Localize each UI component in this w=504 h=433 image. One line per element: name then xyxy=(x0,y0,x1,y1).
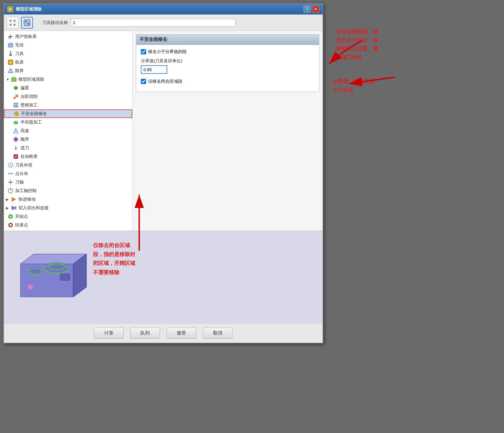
tree-item-coord[interactable]: 用户坐标系 xyxy=(4,32,132,41)
flat-icon xyxy=(13,119,19,126)
checkbox1-row: 移去小于分界值的段 xyxy=(141,49,314,55)
tree-item-flat[interactable]: 半坦面加工 xyxy=(4,118,132,127)
tree-item-toolcomp[interactable]: 刀具补偿 xyxy=(4,161,132,169)
svg-rect-53 xyxy=(10,224,12,226)
svg-marker-34 xyxy=(14,137,18,142)
queue-button[interactable]: 队列 xyxy=(130,328,160,339)
tree-item-leadin[interactable]: ▶ 切入切出和连接 xyxy=(4,204,132,212)
title-controls: ? ✕ xyxy=(303,6,319,13)
svg-marker-48 xyxy=(12,197,16,201)
svg-point-3 xyxy=(14,24,16,26)
icon-grid[interactable] xyxy=(7,17,18,29)
icon-active[interactable] xyxy=(21,17,33,29)
svg-rect-16 xyxy=(9,61,12,64)
checkbox2-label[interactable]: 仅移去闭合区域段 xyxy=(148,78,182,84)
close-button[interactable]: ✕ xyxy=(312,6,319,13)
expand-leadin[interactable]: ▶ xyxy=(6,206,11,210)
svg-rect-25 xyxy=(16,94,18,96)
3d-model-preview xyxy=(14,244,93,310)
tree-label-limit: 限界 xyxy=(15,68,24,74)
endpt-icon xyxy=(7,222,14,228)
checkbox1[interactable] xyxy=(141,49,146,54)
tree-item-unsafe[interactable]: ! 不安全段移去 xyxy=(4,109,132,118)
svg-point-31 xyxy=(14,121,18,123)
svg-rect-11 xyxy=(8,44,13,47)
tree-item-machine[interactable]: 机床 xyxy=(4,58,132,67)
tree-item-rapidmove[interactable]: ▶ 快进移动 xyxy=(4,195,132,204)
checkbox1-label[interactable]: 移去小于分界值的段 xyxy=(148,49,187,55)
tree-item-axisctrl[interactable]: 加工轴控制 xyxy=(4,187,132,195)
tree-item-offset[interactable]: 偏置 xyxy=(4,84,132,92)
arrow-bottom xyxy=(119,188,166,254)
expand-model[interactable]: ▼ xyxy=(6,77,11,81)
tree-item-autocheck[interactable]: ✓ 自动检查 xyxy=(4,152,132,161)
section-content: 移去小于分界值的段 分界值(刀具直径单位) 仅移去闭合区域段 xyxy=(136,45,319,92)
tree-area[interactable]: 用户坐标系 毛坯 刀具 xyxy=(4,31,132,231)
checkbox2[interactable] xyxy=(141,79,146,84)
expand-rapidmove[interactable]: ▶ xyxy=(6,197,11,202)
svg-marker-21 xyxy=(12,77,16,78)
svg-point-41 xyxy=(8,173,10,174)
tree-item-feed[interactable]: 进刀 xyxy=(4,144,132,152)
dialog-title: 模型区域清除 xyxy=(16,6,42,12)
tree-item-limit[interactable]: 限界 xyxy=(4,67,132,75)
help-button[interactable]: ? xyxy=(303,6,311,13)
svg-point-40 xyxy=(10,164,11,166)
pointdist-icon xyxy=(7,170,14,177)
bottom-area: 仅移去闭合区域段，指的是移除封闭区域，开阔区域不需要移除 计算 队列 接受 取消 xyxy=(4,231,323,343)
left-panel: 用户坐标系 毛坯 刀具 xyxy=(4,31,133,231)
title-bar: P 模型区域清除 ? ✕ xyxy=(4,4,323,14)
tree-item-step[interactable]: 台阶切削 xyxy=(4,92,132,101)
autocheck-icon: ✓ xyxy=(13,153,19,160)
tree-label-feed: 进刀 xyxy=(20,145,29,151)
tree-item-tool[interactable]: 刀具 xyxy=(4,49,132,58)
tree-item-wall[interactable]: 壁精加工 xyxy=(4,101,132,109)
annotation-mid: 分界值，根据刀具大小设定 xyxy=(332,77,415,94)
tree-item-startpt[interactable]: 开始点 xyxy=(4,212,132,221)
tree-label-order: 顺序 xyxy=(20,136,29,142)
annotation-top: 不安全段移除，使用刀片刀具时，移除底部小位置，避免顶刀发生 xyxy=(336,28,448,61)
path-input[interactable] xyxy=(71,19,236,27)
tree-label-step: 台阶切削 xyxy=(20,94,38,100)
tree-label-model: 模型区域清除 xyxy=(18,76,44,82)
tree-item-order[interactable]: 顺序 xyxy=(4,135,132,144)
unsafe-section: 不安全段移去 移去小于分界值的段 分界值(刀具直径单位) 仅移去闭合区域段 xyxy=(136,34,319,92)
tree-item-axis[interactable]: 刀轴 xyxy=(4,178,132,187)
svg-text:!: ! xyxy=(16,112,17,116)
svg-rect-14 xyxy=(9,54,12,56)
tree-item-endpt[interactable]: 结束点 xyxy=(4,221,132,229)
svg-point-19 xyxy=(10,72,11,72)
step-icon xyxy=(13,93,19,100)
checkbox2-row: 仅移去闭合区域段 xyxy=(141,78,314,84)
tree-label-flat: 半坦面加工 xyxy=(20,119,42,125)
tree-label-unsafe: 不安全段移去 xyxy=(21,111,47,117)
accept-button[interactable]: 接受 xyxy=(167,328,196,339)
field-value-input[interactable] xyxy=(141,65,167,74)
svg-point-6 xyxy=(25,21,27,23)
cancel-button[interactable]: 取消 xyxy=(203,328,233,339)
tree-label-blank: 毛坯 xyxy=(15,42,24,48)
arrow-mid xyxy=(329,64,415,97)
tree-label-pointdist: 点分布 xyxy=(15,171,28,177)
tree-item-model[interactable]: ▼ 模型区域清除 xyxy=(4,75,132,84)
blank-icon xyxy=(7,42,14,48)
svg-point-22 xyxy=(14,86,17,90)
tree-item-highspeed[interactable]: 高速 xyxy=(4,127,132,135)
axis-icon xyxy=(7,179,14,186)
machine-icon xyxy=(7,59,14,66)
section-title: 不安全段移去 xyxy=(136,35,319,45)
svg-point-42 xyxy=(10,173,11,174)
svg-text:✓: ✓ xyxy=(15,155,17,159)
tool-icon xyxy=(7,50,14,57)
title-bar-left: P 模型区域清除 xyxy=(7,6,42,12)
tree-label-endpt: 结束点 xyxy=(15,222,28,228)
svg-point-64 xyxy=(28,284,33,290)
button-bar: 计算 队列 接受 取消 xyxy=(4,323,323,343)
tree-label-rapidmove: 快进移动 xyxy=(18,196,36,202)
unsafe-icon: ! xyxy=(13,110,20,117)
tree-item-blank[interactable]: 毛坯 xyxy=(4,41,132,49)
tree-item-pointdist[interactable]: 点分布 xyxy=(4,169,132,178)
calculate-button[interactable]: 计算 xyxy=(94,328,124,339)
svg-rect-20 xyxy=(12,78,16,81)
main-dialog: P 模型区域清除 ? ✕ 刀具路径名称 xyxy=(3,3,323,343)
